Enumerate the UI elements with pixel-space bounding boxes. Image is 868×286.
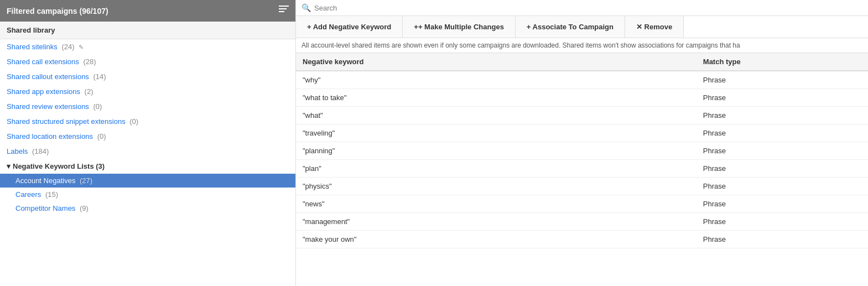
keyword-cell: "what to take" — [296, 89, 697, 107]
sidebar-item-shared-location-extensions[interactable]: Shared location extensions (0) — [0, 129, 295, 144]
keyword-cell: "why" — [296, 71, 697, 89]
match-type-cell: Phrase — [697, 142, 868, 160]
search-input[interactable] — [311, 4, 862, 12]
svg-rect-2 — [279, 11, 284, 12]
filter-icon[interactable] — [279, 6, 289, 16]
table-container: Negative keyword Match type "why"Phrase"… — [296, 53, 868, 286]
sidebar-item-competitor-names[interactable]: Competitor Names (9) — [0, 201, 295, 215]
table-row: "news"Phrase — [296, 195, 868, 213]
table-row: "what to take"Phrase — [296, 89, 868, 107]
keyword-cell: "planning" — [296, 142, 697, 160]
table-row: "why"Phrase — [296, 71, 868, 89]
svg-rect-0 — [279, 6, 289, 7]
svg-rect-1 — [279, 8, 287, 9]
filtered-campaigns-title: Filtered campaigns (96/107) — [7, 7, 108, 15]
table-row: "management"Phrase — [296, 213, 868, 231]
remove-button[interactable]: ✕ Remove — [625, 16, 684, 38]
keyword-cell: "what" — [296, 107, 697, 124]
info-bar: All account-level shared items are shown… — [296, 38, 868, 53]
match-type-cell: Phrase — [697, 107, 868, 124]
toolbar: + Add Negative Keyword ++ Make Multiple … — [296, 16, 868, 38]
sidebar-item-shared-sitelinks[interactable]: Shared sitelinks (24) ✎ — [0, 39, 295, 54]
keyword-cell: "management" — [296, 213, 697, 231]
keyword-cell: "news" — [296, 195, 697, 213]
table-row: "planning"Phrase — [296, 142, 868, 160]
table-row: "make your own"Phrase — [296, 231, 868, 248]
chevron-down-icon: ▾ — [7, 162, 11, 170]
sidebar-item-shared-review-extensions[interactable]: Shared review extensions (0) — [0, 99, 295, 114]
search-icon: 🔍 — [302, 3, 311, 12]
match-type-cell: Phrase — [697, 195, 868, 213]
sidebar-item-labels[interactable]: Labels (184) — [0, 144, 295, 159]
sidebar-item-shared-callout-extensions[interactable]: Shared callout extensions (14) — [0, 69, 295, 84]
sidebar-item-shared-call-extensions[interactable]: Shared call extensions (28) — [0, 54, 295, 69]
match-type-cell: Phrase — [697, 71, 868, 89]
match-type-cell: Phrase — [697, 213, 868, 231]
negative-keyword-lists-section[interactable]: ▾ Negative Keyword Lists (3) — [0, 159, 295, 174]
match-type-cell: Phrase — [697, 124, 868, 142]
associate-to-campaign-button[interactable]: + Associate To Campaign — [516, 16, 625, 38]
shared-library-section: Shared library — [0, 22, 295, 39]
match-type-cell: Phrase — [697, 231, 868, 248]
sidebar-item-careers[interactable]: Careers (15) — [0, 188, 295, 201]
main-content: 🔍 + Add Negative Keyword ++ Make Multipl… — [296, 0, 868, 286]
match-type-cell: Phrase — [697, 160, 868, 178]
add-negative-keyword-button[interactable]: + Add Negative Keyword — [296, 16, 403, 38]
keyword-cell: "traveling" — [296, 124, 697, 142]
match-type-cell: Phrase — [697, 89, 868, 107]
keyword-cell: "make your own" — [296, 231, 697, 248]
keyword-cell: "physics" — [296, 178, 697, 195]
col-header-keyword: Negative keyword — [296, 53, 697, 71]
match-type-cell: Phrase — [697, 178, 868, 195]
sidebar-item-shared-structured-snippet[interactable]: Shared structured snippet extensions (0) — [0, 114, 295, 129]
sidebar: Filtered campaigns (96/107) Shared libra… — [0, 0, 296, 286]
table-row: "traveling"Phrase — [296, 124, 868, 142]
sidebar-item-shared-app-extensions[interactable]: Shared app extensions (2) — [0, 84, 295, 99]
col-header-match: Match type — [697, 53, 868, 71]
make-multiple-changes-button[interactable]: ++ Make Multiple Changes — [403, 16, 516, 38]
sidebar-header: Filtered campaigns (96/107) — [0, 0, 295, 22]
keyword-cell: "plan" — [296, 160, 697, 178]
edit-icon[interactable]: ✎ — [79, 44, 84, 50]
keywords-table: Negative keyword Match type "why"Phrase"… — [296, 53, 868, 248]
table-row: "physics"Phrase — [296, 178, 868, 195]
table-row: "what"Phrase — [296, 107, 868, 124]
sidebar-item-account-negatives[interactable]: Account Negatives (27) — [0, 174, 295, 188]
table-row: "plan"Phrase — [296, 160, 868, 178]
search-bar: 🔍 — [296, 0, 868, 16]
